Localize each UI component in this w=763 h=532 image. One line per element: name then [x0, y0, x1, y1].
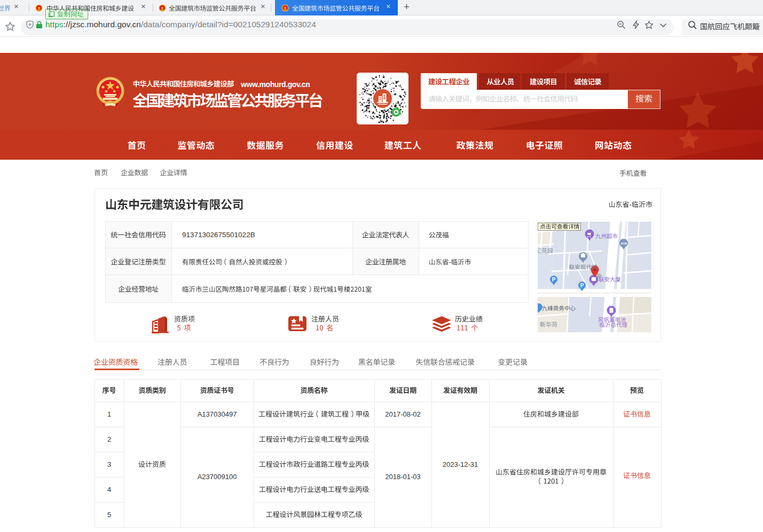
svg-text:P: P — [552, 277, 556, 283]
svg-text:P: P — [580, 283, 584, 288]
svg-text:ATM: ATM — [620, 242, 627, 245]
